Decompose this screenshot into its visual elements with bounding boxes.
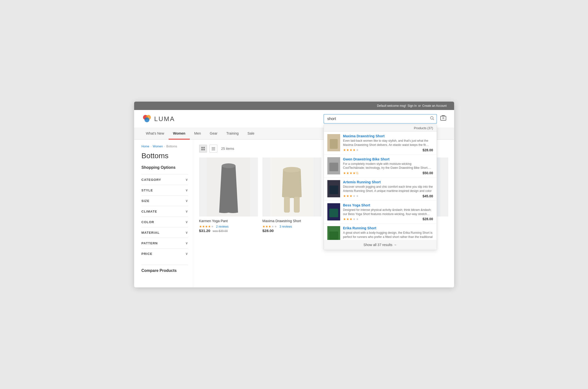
filter-header-size[interactable]: SIZE ∨ (141, 195, 188, 206)
product-reviews-0[interactable]: 2 reviews (216, 225, 229, 228)
filter-size: SIZE ∨ (141, 195, 188, 206)
search-result-item-2[interactable]: Gwen Drawstring Bike Short For a complet… (324, 155, 437, 178)
search-input[interactable] (324, 114, 437, 124)
browser-window: Default welcome msg! Sign In or Create a… (134, 102, 454, 287)
top-bar: Default welcome msg! Sign In or Create a… (134, 102, 454, 110)
svg-line-5 (433, 119, 434, 120)
breadcrumb-women[interactable]: Women (153, 145, 163, 148)
search-result-bottom-2: ★★★★½★ $50.00 (343, 171, 433, 175)
price-4: $28.00 (423, 217, 433, 221)
filter-header-material[interactable]: MATERIAL ∨ (141, 227, 188, 238)
stars-2: ★★★★½★ (343, 171, 359, 175)
grid-view-button[interactable] (199, 145, 207, 153)
search-result-image-3 (327, 180, 340, 197)
svg-rect-19 (201, 147, 203, 148)
nav-item-sale[interactable]: Sale (243, 128, 259, 139)
search-result-image-4 (327, 203, 340, 221)
cart-icon[interactable] (440, 115, 447, 123)
sign-in-link[interactable]: Sign In (408, 104, 417, 107)
compare-section: Compare Products (141, 265, 188, 273)
product-name-1: Maxima Drawstring Short (262, 219, 322, 223)
search-result-desc-2: For a completely modern style with moist… (343, 162, 433, 170)
svg-rect-31 (294, 197, 300, 213)
svg-rect-22 (203, 149, 205, 150)
header: LUMA Products (37) (134, 110, 454, 128)
breadcrumb-home[interactable]: Home (141, 145, 149, 148)
nav-item-whats-new[interactable]: What's New (141, 128, 169, 139)
search-result-title-4: Bess Yoga Short (343, 203, 433, 207)
filter-header-color[interactable]: COLOR ∨ (141, 217, 188, 227)
breadcrumb-current: Bottoms (166, 145, 177, 148)
search-result-desc-5: A great short with a body-hugging design… (343, 231, 433, 239)
filter-label-category: CATEGORY (141, 178, 161, 182)
search-wrapper: Products (37) Maxima Drawstring Short (324, 114, 437, 124)
filter-label-style: STYLE (141, 189, 153, 192)
search-result-item[interactable]: Maxima Drawstring Short Even laid-back w… (324, 132, 437, 155)
svg-rect-25 (212, 150, 215, 150)
product-card-1[interactable]: Maxima Drawstring Short ★★★★★ 3 reviews … (262, 158, 322, 233)
svg-rect-13 (329, 209, 338, 217)
filter-header-climate[interactable]: CLIMATE ∨ (141, 206, 188, 217)
chevron-down-icon-style: ∨ (185, 188, 188, 192)
search-dropdown-header: Products (37) (324, 125, 437, 132)
svg-rect-16 (441, 116, 446, 120)
search-result-desc-1: Even laid-back women like to stay stylis… (343, 139, 433, 147)
product-price-0: $31.20 (199, 228, 210, 233)
chevron-down-icon-size: ∨ (185, 199, 188, 203)
filter-header-price[interactable]: PRICE ∨ (141, 249, 188, 259)
filter-header-pattern[interactable]: PATTERN ∨ (141, 238, 188, 248)
search-result-title-5: Erika Running Short (343, 226, 433, 230)
grid-icon (201, 147, 205, 151)
breadcrumb-sep-1: › (151, 145, 152, 148)
svg-rect-23 (212, 147, 215, 148)
filter-header-style[interactable]: STYLE ∨ (141, 185, 188, 195)
product-reviews-1[interactable]: 3 reviews (279, 225, 292, 228)
page-title: Bottoms (141, 152, 188, 160)
svg-point-4 (430, 117, 433, 119)
svg-rect-20 (203, 147, 205, 148)
search-result-item-3[interactable]: Artemis Running Short Discover smooth jo… (324, 178, 437, 201)
header-right: Products (37) Maxima Drawstring Short (324, 114, 447, 124)
chevron-down-icon-color: ∨ (185, 220, 188, 224)
filter-label-price: PRICE (141, 252, 153, 256)
svg-rect-24 (212, 148, 215, 149)
search-result-desc-4: Designed for intense physical activity &… (343, 208, 433, 216)
svg-rect-15 (329, 231, 338, 240)
nav-item-women[interactable]: Women (169, 128, 190, 139)
sidebar: Home › Women › Bottoms Bottoms Shopping … (134, 140, 193, 287)
svg-rect-30 (284, 197, 290, 213)
search-result-info-1: Maxima Drawstring Short Even laid-back w… (343, 134, 433, 152)
show-all-results[interactable]: Show all 37 results → (324, 240, 437, 250)
search-result-bottom-4: ★★★★★ $28.00 (343, 217, 433, 221)
list-view-button[interactable] (209, 145, 217, 153)
logo-text: LUMA (154, 115, 175, 123)
search-result-image-2 (327, 157, 340, 174)
nav-item-training[interactable]: Training (222, 128, 243, 139)
product-pricing-0: $31.20 was $39.00 (199, 228, 258, 233)
svg-point-2 (144, 117, 149, 122)
svg-point-29 (283, 167, 301, 172)
filter-label-size: SIZE (141, 199, 150, 203)
items-count: 25 items (221, 147, 234, 151)
filter-label-material: MATERIAL (141, 231, 160, 234)
logo-icon (141, 113, 152, 124)
search-result-item-5[interactable]: Erika Running Short A great short with a… (324, 224, 437, 240)
svg-point-27 (222, 163, 235, 168)
create-account-link[interactable]: Create an Account (422, 104, 447, 107)
welcome-msg: Default welcome msg! (377, 104, 406, 107)
nav-item-gear[interactable]: Gear (205, 128, 222, 139)
product-rating-1: ★★★★★ 3 reviews (262, 224, 322, 228)
svg-rect-21 (201, 149, 203, 150)
product-card-0[interactable]: Karmen Yoga Pant ★★★★★ 2 reviews $31.20 … (199, 158, 258, 233)
price-2: $50.00 (423, 171, 433, 175)
filter-label-climate: CLIMATE (141, 210, 157, 213)
or-text: or (418, 104, 421, 107)
chevron-down-icon-price: ∨ (185, 252, 188, 256)
search-result-info-4: Bess Yoga Short Designed for intense phy… (343, 203, 433, 221)
search-result-item-4[interactable]: Bess Yoga Short Designed for intense phy… (324, 201, 437, 224)
filter-header-category[interactable]: CATEGORY ∨ (141, 174, 188, 185)
logo[interactable]: LUMA (141, 113, 175, 124)
nav-item-men[interactable]: Men (190, 128, 205, 139)
search-button[interactable] (430, 116, 434, 122)
search-result-image-5 (327, 226, 340, 240)
